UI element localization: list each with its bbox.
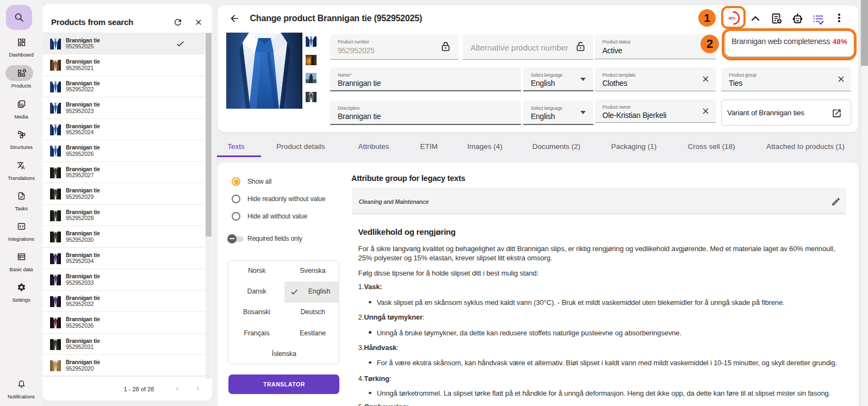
svg-text:48%: 48% [728, 16, 735, 20]
